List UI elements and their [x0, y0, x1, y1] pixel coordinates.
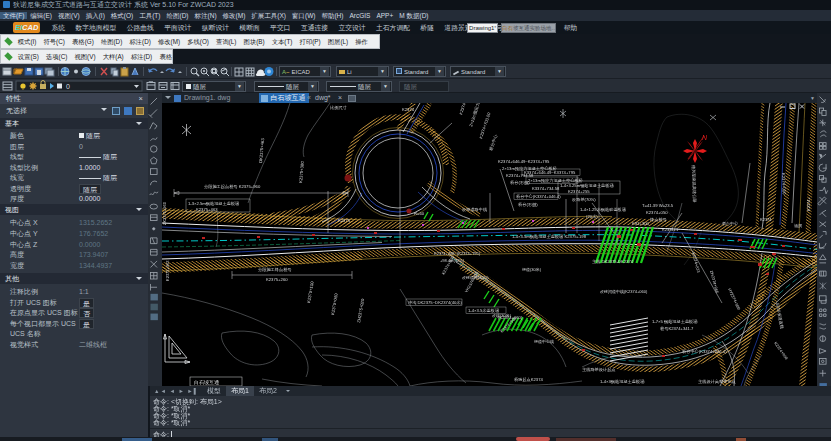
svg-text:K2374+788~(K2374+795): K2374+788~(K2374+795)	[434, 251, 481, 256]
svg-text:分段施工终点桩号: 分段施工终点桩号	[258, 267, 292, 272]
svg-text:桩号K2374+341.7: 桩号K2374+341.7	[660, 326, 694, 331]
svg-text:DK2375+463: DK2375+463	[258, 138, 265, 164]
svg-text:ZK2375+960: ZK2375+960	[162, 201, 167, 225]
svg-text:1-4×3.5米盖板涵: 1-4×3.5米盖板涵	[468, 308, 499, 313]
svg-text:改移道路中线: 改移道路中线	[462, 207, 488, 212]
svg-text:便道中心线: 便道中心线	[534, 339, 554, 344]
svg-text:K2375+060: K2375+060	[330, 292, 339, 315]
svg-text:K2374+000: K2374+000	[781, 173, 787, 195]
svg-text:桥隧起点K2374: 桥隧起点K2374	[514, 377, 544, 383]
svg-text:K2374+: K2374+	[806, 196, 811, 211]
svg-text:K2375+260: K2375+260	[266, 277, 288, 282]
svg-text:K2374: K2374	[760, 217, 772, 222]
svg-text:K2374+646.49: K2374+646.49	[458, 103, 471, 115]
svg-text:K3374+734.58: K3374+734.58	[532, 186, 560, 191]
svg-text:K2374+255: K2374+255	[568, 189, 590, 194]
svg-text:桥台中心(K3374+046.4): 桥台中心(K3374+046.4)	[516, 194, 561, 199]
svg-text:HY2374+900: HY2374+900	[727, 287, 742, 311]
svg-text:K2374+050: K2374+050	[646, 210, 668, 215]
svg-text:桥台中心: 桥台中心	[722, 221, 738, 226]
svg-text:K2374+646.49~K2374+795: K2374+646.49~K2374+795	[498, 159, 550, 164]
svg-text:主线设计高程变化点: 主线设计高程变化点	[698, 379, 736, 384]
svg-text:R=60: R=60	[414, 211, 425, 216]
svg-text:涵洞: 涵洞	[794, 223, 802, 228]
svg-text:白石坡互通: 白石坡互通	[194, 379, 219, 386]
svg-text:K2375+100: K2375+100	[306, 280, 315, 303]
svg-text:(K2374+060): (K2374+060)	[498, 315, 523, 320]
svg-text:K2374: K2374	[402, 107, 415, 112]
svg-text:主线 DK2375-DK2374: 主线 DK2375-DK2374	[592, 259, 634, 264]
svg-text:K2375+963: K2375+963	[165, 260, 170, 281]
svg-text:主线路基设计起点: 主线路基设计起点	[582, 367, 616, 373]
svg-text:K91+300: K91+300	[632, 221, 650, 226]
svg-text:改路基(70%): 改路基(70%)	[572, 197, 596, 202]
svg-text:1-4×3钢筋混凝土盖板涵: 1-4×3钢筋混凝土盖板涵	[600, 379, 644, 385]
svg-text:改移河道中线(K2374+060): 改移河道中线(K2374+060)	[600, 289, 648, 294]
svg-text:分段施工起点桩号 K2375+960: 分段施工起点桩号 K2375+960	[204, 184, 261, 190]
svg-text:ZH2374+866: ZH2374+866	[709, 270, 720, 294]
svg-text:K2374+1: K2374+1	[662, 227, 679, 232]
svg-text:K2375: K2375	[338, 218, 351, 223]
svg-text:桥台中心(K3374+046.4): 桥台中心(K3374+046.4)	[682, 349, 727, 354]
svg-text:0: 0	[66, 83, 70, 90]
svg-text:K3374+646.49~K3374+795: K3374+646.49~K3374+795	[524, 170, 576, 175]
svg-text:改移道路(40%): 改移道路(40%)	[462, 275, 489, 280]
svg-text:1-7×5 钢筋混凝土盖板涵: 1-7×5 钢筋混凝土盖板涵	[652, 319, 698, 325]
svg-text:K2374+700.00: K2374+700.00	[478, 111, 491, 139]
svg-text:德兴至南昌高速公路: 德兴至南昌高速公路	[691, 165, 697, 203]
svg-text:T=41.39 W=23.5: T=41.39 W=23.5	[642, 203, 674, 208]
svg-text:桥台中心: 桥台中心	[488, 133, 498, 151]
svg-text:K2374+960: K2374+960	[773, 341, 789, 361]
svg-text:桥台(右侧): 桥台(右侧)	[518, 202, 538, 208]
svg-text:ZH2375+020: ZH2375+020	[356, 298, 365, 323]
svg-text:比例尺寸: 比例尺寸	[330, 105, 348, 111]
svg-text:(20米): (20米)	[586, 214, 598, 219]
svg-text:K2375+380: K2375+380	[298, 161, 305, 184]
svg-text:终点桩号: 终点桩号	[650, 217, 668, 222]
svg-text:冲沟 DK2375~DK2374(40米): 冲沟 DK2375~DK2374(40米)	[408, 300, 462, 306]
svg-text:1-4×1.25米钢筋砼盖板涵: 1-4×1.25米钢筋砼盖板涵	[580, 207, 626, 213]
svg-text:1-4×3.5m钢筋混凝土盖板涵 K2375+198: 1-4×3.5m钢筋混凝土盖板涵 K2375+198	[512, 234, 587, 240]
svg-text:K2375+463: K2375+463	[196, 207, 218, 212]
svg-text:便道(30米): 便道(30米)	[522, 267, 542, 272]
